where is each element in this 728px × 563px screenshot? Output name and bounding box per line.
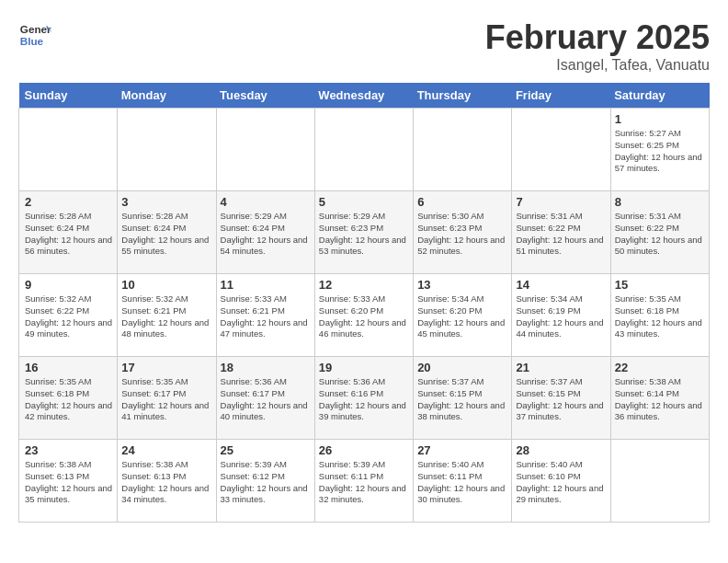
day-number: 8 — [615, 195, 705, 209]
calendar-cell: 8Sunrise: 5:31 AM Sunset: 6:22 PM Daylig… — [610, 191, 709, 274]
day-number: 24 — [121, 443, 211, 457]
day-number: 3 — [121, 195, 211, 209]
title-area: February 2025 Isangel, Tafea, Vanuatu — [485, 18, 710, 74]
day-number: 19 — [319, 361, 409, 374]
calendar-cell: 7Sunrise: 5:31 AM Sunset: 6:22 PM Daylig… — [512, 191, 610, 274]
location-title: Isangel, Tafea, Vanuatu — [485, 57, 710, 74]
day-number: 10 — [121, 278, 211, 292]
header-row: SundayMondayTuesdayWednesdayThursdayFrid… — [19, 83, 710, 109]
day-info: Sunrise: 5:30 AM Sunset: 6:23 PM Dayligh… — [417, 211, 507, 258]
day-info: Sunrise: 5:37 AM Sunset: 6:15 PM Dayligh… — [417, 376, 507, 423]
calendar-cell: 27Sunrise: 5:40 AM Sunset: 6:11 PM Dayli… — [414, 440, 512, 523]
day-number: 7 — [516, 195, 606, 209]
day-info: Sunrise: 5:40 AM Sunset: 6:11 PM Dayligh… — [417, 459, 507, 506]
day-info: Sunrise: 5:33 AM Sunset: 6:21 PM Dayligh… — [221, 293, 311, 340]
day-number: 28 — [516, 443, 606, 457]
day-info: Sunrise: 5:29 AM Sunset: 6:23 PM Dayligh… — [319, 211, 409, 258]
col-header-thursday: Thursday — [414, 83, 512, 109]
day-info: Sunrise: 5:39 AM Sunset: 6:12 PM Dayligh… — [221, 459, 311, 506]
day-info: Sunrise: 5:27 AM Sunset: 6:25 PM Dayligh… — [615, 128, 705, 175]
calendar-cell: 20Sunrise: 5:37 AM Sunset: 6:15 PM Dayli… — [414, 357, 512, 440]
col-header-saturday: Saturday — [610, 83, 709, 109]
calendar-cell: 24Sunrise: 5:38 AM Sunset: 6:13 PM Dayli… — [118, 440, 216, 523]
day-number: 23 — [25, 443, 113, 457]
day-number: 22 — [615, 361, 705, 374]
day-number: 14 — [516, 278, 606, 292]
calendar-cell: 15Sunrise: 5:35 AM Sunset: 6:18 PM Dayli… — [610, 274, 709, 357]
col-header-sunday: Sunday — [19, 83, 118, 109]
calendar-cell: 25Sunrise: 5:39 AM Sunset: 6:12 PM Dayli… — [216, 440, 314, 523]
calendar-cell: 19Sunrise: 5:36 AM Sunset: 6:16 PM Dayli… — [314, 357, 413, 440]
calendar-cell — [512, 109, 610, 191]
week-row-2: 2Sunrise: 5:28 AM Sunset: 6:24 PM Daylig… — [19, 191, 710, 274]
calendar-cell: 26Sunrise: 5:39 AM Sunset: 6:11 PM Dayli… — [314, 440, 413, 523]
day-info: Sunrise: 5:40 AM Sunset: 6:10 PM Dayligh… — [516, 459, 606, 506]
day-info: Sunrise: 5:36 AM Sunset: 6:17 PM Dayligh… — [221, 376, 311, 423]
day-info: Sunrise: 5:35 AM Sunset: 6:17 PM Dayligh… — [121, 376, 211, 423]
calendar-cell: 10Sunrise: 5:32 AM Sunset: 6:21 PM Dayli… — [118, 274, 216, 357]
day-number: 2 — [25, 195, 113, 209]
day-info: Sunrise: 5:29 AM Sunset: 6:24 PM Dayligh… — [221, 211, 311, 258]
page-header: General Blue February 2025 Isangel, Tafe… — [18, 18, 710, 74]
day-info: Sunrise: 5:28 AM Sunset: 6:24 PM Dayligh… — [121, 211, 211, 258]
day-info: Sunrise: 5:35 AM Sunset: 6:18 PM Dayligh… — [615, 293, 705, 340]
day-number: 20 — [417, 361, 507, 374]
calendar-cell: 3Sunrise: 5:28 AM Sunset: 6:24 PM Daylig… — [118, 191, 216, 274]
day-number: 27 — [417, 443, 507, 457]
calendar-cell: 18Sunrise: 5:36 AM Sunset: 6:17 PM Dayli… — [216, 357, 314, 440]
calendar-cell — [216, 109, 314, 191]
day-number: 9 — [25, 278, 113, 292]
calendar-cell — [118, 109, 216, 191]
calendar-cell — [314, 109, 413, 191]
calendar-cell — [414, 109, 512, 191]
day-number: 25 — [221, 443, 311, 457]
calendar-cell: 11Sunrise: 5:33 AM Sunset: 6:21 PM Dayli… — [216, 274, 314, 357]
logo: General Blue — [18, 18, 51, 52]
day-info: Sunrise: 5:34 AM Sunset: 6:20 PM Dayligh… — [417, 293, 507, 340]
calendar-cell: 12Sunrise: 5:33 AM Sunset: 6:20 PM Dayli… — [314, 274, 413, 357]
calendar-cell: 17Sunrise: 5:35 AM Sunset: 6:17 PM Dayli… — [118, 357, 216, 440]
calendar-cell: 1Sunrise: 5:27 AM Sunset: 6:25 PM Daylig… — [610, 109, 709, 191]
day-info: Sunrise: 5:28 AM Sunset: 6:24 PM Dayligh… — [25, 211, 113, 258]
calendar-cell: 22Sunrise: 5:38 AM Sunset: 6:14 PM Dayli… — [610, 357, 709, 440]
calendar-cell: 21Sunrise: 5:37 AM Sunset: 6:15 PM Dayli… — [512, 357, 610, 440]
day-info: Sunrise: 5:31 AM Sunset: 6:22 PM Dayligh… — [615, 211, 705, 258]
calendar-cell: 5Sunrise: 5:29 AM Sunset: 6:23 PM Daylig… — [314, 191, 413, 274]
day-info: Sunrise: 5:31 AM Sunset: 6:22 PM Dayligh… — [516, 211, 606, 258]
col-header-wednesday: Wednesday — [314, 83, 413, 109]
day-number: 18 — [221, 361, 311, 374]
month-title: February 2025 — [485, 18, 710, 57]
day-info: Sunrise: 5:32 AM Sunset: 6:21 PM Dayligh… — [121, 293, 211, 340]
calendar-cell: 9Sunrise: 5:32 AM Sunset: 6:22 PM Daylig… — [19, 274, 118, 357]
calendar-table: SundayMondayTuesdayWednesdayThursdayFrid… — [18, 83, 710, 523]
week-row-1: 1Sunrise: 5:27 AM Sunset: 6:25 PM Daylig… — [19, 109, 710, 191]
day-info: Sunrise: 5:36 AM Sunset: 6:16 PM Dayligh… — [319, 376, 409, 423]
day-number: 17 — [121, 361, 211, 374]
col-header-friday: Friday — [512, 83, 610, 109]
day-number: 11 — [221, 278, 311, 292]
day-info: Sunrise: 5:32 AM Sunset: 6:22 PM Dayligh… — [25, 293, 113, 340]
week-row-5: 23Sunrise: 5:38 AM Sunset: 6:13 PM Dayli… — [19, 440, 710, 523]
day-number: 13 — [417, 278, 507, 292]
logo-icon: General Blue — [18, 18, 51, 52]
calendar-cell: 2Sunrise: 5:28 AM Sunset: 6:24 PM Daylig… — [19, 191, 118, 274]
calendar-cell — [19, 109, 118, 191]
day-number: 21 — [516, 361, 606, 374]
day-number: 26 — [319, 443, 409, 457]
calendar-cell: 6Sunrise: 5:30 AM Sunset: 6:23 PM Daylig… — [414, 191, 512, 274]
day-info: Sunrise: 5:35 AM Sunset: 6:18 PM Dayligh… — [25, 376, 113, 423]
col-header-monday: Monday — [118, 83, 216, 109]
day-number: 1 — [615, 112, 705, 126]
day-info: Sunrise: 5:34 AM Sunset: 6:19 PM Dayligh… — [516, 293, 606, 340]
svg-text:Blue: Blue — [20, 35, 44, 47]
day-number: 16 — [25, 361, 113, 374]
svg-text:General: General — [20, 23, 51, 35]
calendar-cell: 14Sunrise: 5:34 AM Sunset: 6:19 PM Dayli… — [512, 274, 610, 357]
day-info: Sunrise: 5:33 AM Sunset: 6:20 PM Dayligh… — [319, 293, 409, 340]
calendar-cell: 16Sunrise: 5:35 AM Sunset: 6:18 PM Dayli… — [19, 357, 118, 440]
calendar-cell: 28Sunrise: 5:40 AM Sunset: 6:10 PM Dayli… — [512, 440, 610, 523]
col-header-tuesday: Tuesday — [216, 83, 314, 109]
calendar-cell: 13Sunrise: 5:34 AM Sunset: 6:20 PM Dayli… — [414, 274, 512, 357]
day-info: Sunrise: 5:37 AM Sunset: 6:15 PM Dayligh… — [516, 376, 606, 423]
day-info: Sunrise: 5:38 AM Sunset: 6:14 PM Dayligh… — [615, 376, 705, 423]
